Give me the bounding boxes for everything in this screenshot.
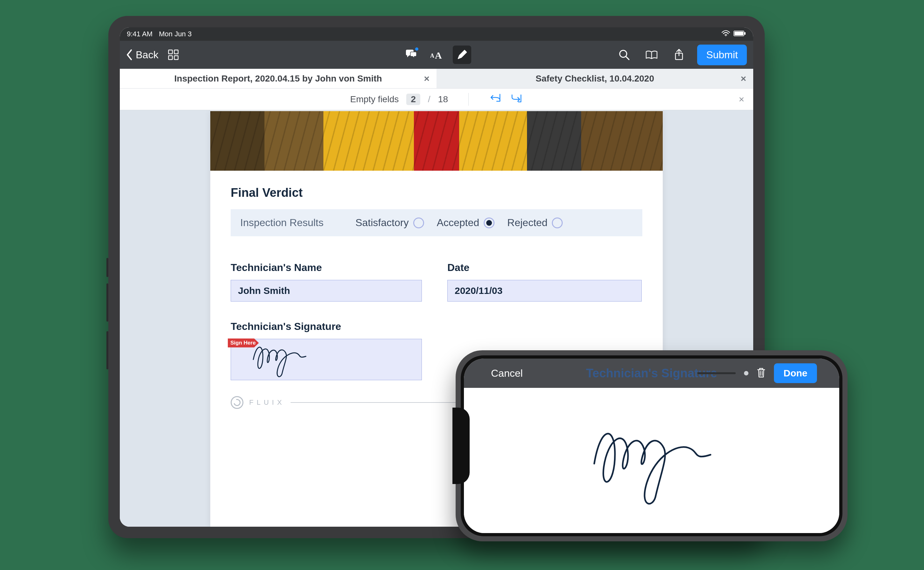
iphone-screen: Cancel Technician's Signature Done — [464, 359, 839, 533]
back-label: Back — [136, 49, 158, 61]
tab-label: Inspection Report, 2020.04.15 by John vo… — [174, 74, 382, 84]
next-field-button[interactable] — [510, 93, 523, 106]
inspection-photo — [210, 110, 663, 171]
field-label: Date — [447, 262, 642, 274]
search-button[interactable] — [615, 46, 634, 64]
brand-name: FLUIX — [249, 398, 285, 407]
svg-rect-4 — [169, 50, 172, 54]
grid-view-button[interactable] — [164, 46, 183, 64]
date-input[interactable]: 2020/11/03 — [447, 280, 642, 302]
document-tabs: Inspection Report, 2020.04.15 by John vo… — [120, 69, 753, 89]
signature-glyph-icon — [585, 419, 718, 502]
submit-button[interactable]: Submit — [697, 44, 747, 65]
iphone-device-frame: Cancel Technician's Signature Done — [456, 350, 847, 541]
svg-point-0 — [725, 35, 726, 36]
nav-bar: Back — [120, 41, 753, 69]
trash-icon — [757, 368, 766, 378]
date-field: Date 2020/11/03 — [447, 262, 642, 302]
status-bar: 9:41 AM Mon Jun 3 — [120, 28, 753, 41]
signature-input[interactable]: Sign Here — [231, 339, 422, 380]
svg-point-10 — [620, 50, 627, 57]
close-tab-button[interactable]: × — [424, 73, 430, 84]
svg-rect-6 — [169, 56, 172, 60]
radio-label: Accepted — [437, 217, 479, 228]
text-size-icon: A A — [430, 50, 444, 60]
next-field-icon — [510, 93, 523, 103]
delete-button[interactable] — [757, 368, 766, 379]
empty-fields-bar: Empty fields 2 / 18 × — [120, 89, 753, 110]
field-label: Technician's Signature — [231, 321, 642, 332]
signature-glyph-icon — [250, 340, 320, 375]
annotate-button[interactable] — [453, 46, 471, 64]
grid-icon — [168, 49, 179, 60]
total-fields-count: 18 — [438, 94, 448, 104]
svg-text:A: A — [435, 50, 442, 60]
iphone-notch — [453, 408, 470, 484]
chat-bubbles-icon — [405, 49, 417, 60]
radio-icon — [413, 218, 424, 228]
radio-icon — [552, 218, 563, 228]
radio-accepted[interactable]: Accepted — [437, 217, 494, 228]
tab-safety-checklist[interactable]: Safety Checklist, 10.04.2020 × — [436, 69, 753, 88]
final-verdict-heading: Final Verdict — [231, 186, 642, 200]
technician-name-field: Technician's Name John Smith — [231, 262, 422, 302]
radio-label: Satisfactory — [355, 217, 408, 228]
color-picker-button[interactable] — [744, 371, 748, 375]
svg-text:A: A — [430, 52, 434, 59]
signature-editor-nav: Cancel Technician's Signature Done — [464, 359, 839, 388]
fluix-logo-icon — [231, 396, 243, 409]
inspection-results-label: Inspection Results — [240, 217, 324, 228]
svg-rect-5 — [174, 50, 178, 54]
empty-fields-count: 2 — [406, 93, 420, 105]
radio-satisfactory[interactable]: Satisfactory — [355, 217, 424, 228]
tab-inspection-report[interactable]: Inspection Report, 2020.04.15 by John vo… — [120, 69, 436, 88]
share-button[interactable] — [670, 46, 688, 64]
pencil-icon — [457, 50, 467, 60]
technician-name-input[interactable]: John Smith — [231, 280, 422, 302]
radio-label: Rejected — [507, 217, 547, 228]
search-icon — [619, 49, 629, 60]
count-separator: / — [428, 94, 430, 104]
svg-rect-3 — [744, 32, 746, 35]
close-tab-button[interactable]: × — [740, 73, 746, 84]
notification-dot-icon — [415, 48, 418, 51]
wifi-icon — [721, 30, 730, 38]
inspection-results-row: Inspection Results Satisfactory Accepted… — [231, 209, 642, 236]
status-time: 9:41 AM — [127, 30, 153, 38]
radio-icon — [483, 218, 494, 228]
comments-button[interactable] — [402, 46, 420, 64]
opacity-slider[interactable] — [697, 372, 736, 374]
field-label: Technician's Name — [231, 262, 422, 274]
divider — [468, 93, 469, 106]
open-book-icon — [645, 50, 658, 60]
battery-icon — [734, 30, 746, 38]
done-button[interactable]: Done — [774, 363, 817, 383]
share-icon — [674, 49, 684, 61]
back-button[interactable]: Back — [126, 49, 158, 61]
signature-canvas[interactable] — [464, 388, 839, 533]
svg-rect-2 — [734, 32, 743, 35]
svg-rect-7 — [174, 56, 178, 60]
bookmarks-button[interactable] — [642, 46, 661, 64]
text-size-button[interactable]: A A — [427, 46, 446, 64]
cancel-button[interactable]: Cancel — [491, 368, 523, 379]
prev-field-button[interactable] — [489, 93, 502, 106]
tab-label: Safety Checklist, 10.04.2020 — [536, 74, 654, 84]
empty-fields-label: Empty fields — [350, 94, 399, 104]
prev-field-icon — [489, 93, 502, 103]
close-fields-bar-button[interactable]: × — [738, 94, 744, 105]
status-date: Mon Jun 3 — [159, 30, 192, 38]
chevron-left-icon — [126, 49, 132, 60]
radio-rejected[interactable]: Rejected — [507, 217, 563, 228]
